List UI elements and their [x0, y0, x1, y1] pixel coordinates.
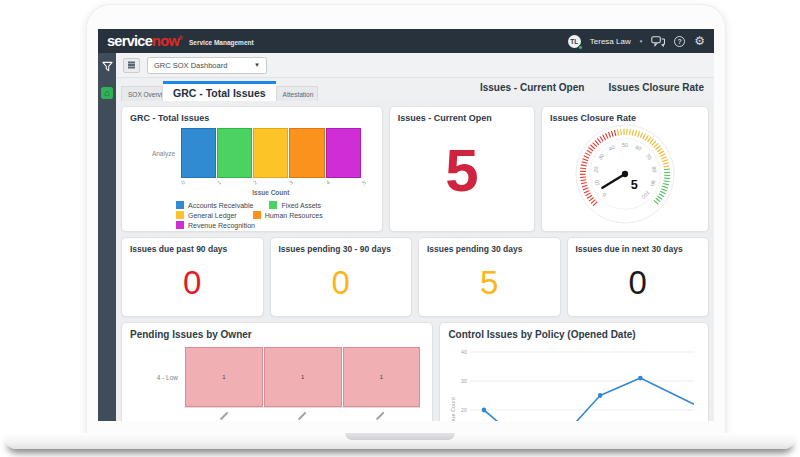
line-chart: 403020Issue Count [448, 342, 700, 421]
chevron-down-icon[interactable]: ▾ [640, 38, 643, 44]
svg-text:20: 20 [592, 166, 599, 173]
legend-item: Human Resources [253, 211, 323, 219]
servicenow-logo: servicenow® [107, 34, 182, 49]
y-axis-category-label: Analyze [130, 128, 180, 178]
dashboard-canvas: GRC - Total Issues Analyze 012345 Issue … [116, 101, 714, 421]
svg-text:20: 20 [461, 407, 467, 413]
filter-icon[interactable] [102, 61, 113, 72]
kpi-value: 0 [130, 254, 255, 310]
heatmap-x-axis [184, 407, 420, 421]
kpi-card-pending-30-90: Issues pending 30 - 90 days 0 [270, 237, 413, 317]
legend-swatch [176, 211, 184, 219]
laptop-notch [345, 433, 455, 440]
header-label-issues-current-open[interactable]: Issues - Current Open [480, 82, 584, 93]
legend-item: Fixed Assets [269, 201, 321, 209]
x-tick: 2 [252, 179, 258, 186]
x-axis-label: Issue Count [168, 189, 374, 196]
user-name[interactable]: Teresa Law [590, 37, 631, 46]
x-tick: 4 [325, 179, 331, 186]
legend-item: Accounts Receivable [176, 201, 253, 209]
card-pending-issues-by-owner: Pending Issues by Owner 4 - Low 111 [121, 322, 433, 421]
home-icon[interactable]: ⌂ [101, 87, 113, 99]
legend-swatch [176, 221, 184, 229]
tab-attestation[interactable]: Attestation [276, 86, 318, 101]
heatmap-cells: 111 [184, 347, 420, 407]
tab-sox-overview[interactable]: SOX Overvi [121, 86, 163, 101]
kpi-value: 5 [427, 254, 552, 310]
svg-text:5: 5 [631, 177, 638, 192]
owner-axis-label [376, 412, 384, 420]
owner-axis-label [298, 412, 306, 420]
help-icon[interactable]: ? [674, 36, 685, 47]
product-label: Service Management [189, 39, 254, 46]
page: servicenow® Service Management TL Teresa… [0, 0, 800, 457]
kpi-title: Issues pending 30 days [427, 244, 552, 254]
avatar[interactable]: TL [568, 35, 581, 48]
x-tick: 1 [216, 179, 222, 186]
chat-icon[interactable] [651, 36, 665, 47]
legend-swatch [176, 201, 184, 209]
svg-text:50: 50 [622, 142, 628, 148]
dashboard-toolbar: GRC SOX Dashboard ▼ [116, 53, 714, 78]
menu-button[interactable] [123, 58, 140, 73]
bar-segment [181, 128, 216, 178]
x-tick: 5 [361, 179, 367, 186]
header-label-issues-closure-rate[interactable]: Issues Closure Rate [608, 82, 704, 93]
tab-bar: SOX Overvi GRC - Total Issues Attestatio… [116, 78, 714, 101]
card-title: Issues Closure Rate [550, 113, 700, 123]
kpi-card-due-past-90: Issues due past 90 days 0 [121, 237, 264, 317]
legend-swatch [253, 211, 261, 219]
card-control-issues-by-policy: Control Issues by Policy (Opened Date) 4… [439, 322, 709, 421]
tab-grc-total-issues[interactable]: GRC - Total Issues [163, 81, 276, 101]
card-issues-closure-rate: Issues Closure Rate 01020304050607080901… [541, 106, 709, 232]
svg-text:Issue Count: Issue Count [450, 397, 456, 421]
svg-text:80: 80 [651, 166, 658, 173]
gear-icon[interactable]: ⚙ [694, 35, 705, 47]
kpi-value: 0 [576, 254, 701, 310]
chart-title: GRC - Total Issues [130, 113, 374, 123]
laptop-screen: servicenow® Service Management TL Teresa… [98, 29, 714, 421]
stacked-bar [180, 128, 361, 178]
heatmap-row-label: 4 - Low [130, 347, 184, 407]
gauge-chart: 01020304050607080901005 [550, 123, 700, 225]
dashboard-selector-value: GRC SOX Dashboard [154, 61, 227, 70]
card-grc-total-issues: GRC - Total Issues Analyze 012345 Issue … [121, 106, 383, 232]
bar-segment [289, 128, 324, 178]
kpi-card-due-next-30: Issues due in next 30 days 0 [567, 237, 710, 317]
kpi-value: 0 [279, 254, 404, 310]
heatmap-cell: 1 [264, 347, 342, 407]
owner-axis-label [220, 412, 228, 420]
status-dot [578, 45, 583, 50]
kpi-title: Issues pending 30 - 90 days [279, 244, 404, 254]
big-number-value: 5 [398, 117, 526, 225]
kpi-title: Issues due past 90 days [130, 244, 255, 254]
app-header: servicenow® Service Management TL Teresa… [98, 29, 714, 53]
bar-segment [326, 128, 361, 178]
x-tick: 3 [288, 179, 294, 186]
dashboard-selector[interactable]: GRC SOX Dashboard ▼ [147, 57, 267, 74]
heatmap-cell: 1 [185, 347, 263, 407]
kpi-card-pending-30: Issues pending 30 days 5 [418, 237, 561, 317]
chart-title: Pending Issues by Owner [130, 329, 424, 340]
caret-down-icon: ▼ [254, 62, 260, 68]
svg-text:30: 30 [461, 378, 467, 384]
bar-segment [253, 128, 288, 178]
svg-text:40: 40 [461, 349, 467, 355]
kpi-title: Issues due in next 30 days [576, 244, 701, 254]
chart-title: Control Issues by Policy (Opened Date) [448, 329, 700, 340]
legend-item: General Ledger [176, 211, 237, 219]
heatmap-cell: 1 [343, 347, 421, 407]
bar-segment [217, 128, 252, 178]
chart-legend: Accounts ReceivableFixed AssetsGeneral L… [130, 201, 374, 229]
x-axis-ticks: 012345 [180, 178, 361, 189]
legend-swatch [269, 201, 277, 209]
legend-item: Revenue Recognition [176, 221, 255, 229]
hamburger-icon [128, 64, 135, 65]
left-rail: ⌂ [98, 53, 116, 421]
x-tick: 0 [180, 179, 186, 186]
card-issues-current-open: Issues - Current Open 5 [389, 106, 535, 232]
